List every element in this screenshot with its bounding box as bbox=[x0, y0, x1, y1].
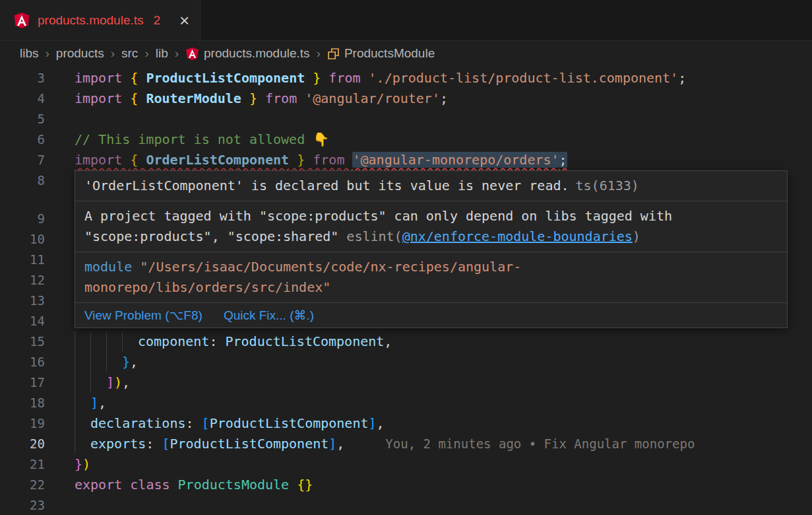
code-line-19[interactable]: 19declarations: [ProductListComponent], bbox=[0, 413, 812, 434]
code-token: } bbox=[122, 354, 130, 370]
code-line-23[interactable]: 23 bbox=[0, 495, 812, 515]
code-token: {} bbox=[297, 477, 313, 493]
hover-action-bar: View Problem (⌥F8) Quick Fix... (⌘.) bbox=[75, 303, 787, 327]
hover-eslint-message-row: A project tagged with "scope:products" c… bbox=[75, 201, 787, 252]
indent-guide bbox=[90, 352, 106, 372]
code-token: ; bbox=[678, 70, 686, 86]
code-token: ProductListComponent bbox=[225, 333, 384, 349]
git-blame-annotation: You, 2 minutes ago • Fix Angular monorep… bbox=[385, 436, 695, 451]
breadcrumb-item-src[interactable]: src bbox=[121, 46, 138, 61]
ts-error-code: ts(6133) bbox=[576, 178, 639, 193]
code-token: '@angular-monorepo/orders' bbox=[352, 152, 559, 168]
code-token: ProductsModule bbox=[178, 477, 290, 493]
code-token: from bbox=[257, 90, 305, 106]
code-token: ; bbox=[440, 90, 448, 106]
breadcrumb-item-products[interactable]: products bbox=[56, 46, 104, 61]
indent-guide bbox=[75, 372, 90, 393]
code-token: } bbox=[241, 90, 257, 106]
code-token: ) bbox=[82, 456, 90, 472]
line-number: 22 bbox=[0, 475, 75, 495]
chevron-right-icon: › bbox=[111, 46, 115, 61]
code-line-16[interactable]: 16}, bbox=[0, 352, 812, 372]
angular-icon bbox=[185, 47, 199, 61]
tab-bar: products.module.ts 2 × bbox=[0, 0, 812, 41]
line-number: 17 bbox=[0, 372, 75, 393]
breadcrumb-item-symbol[interactable]: ProductsModule bbox=[327, 46, 435, 61]
editor[interactable]: 3import { ProductListComponent } from '.… bbox=[0, 66, 812, 515]
tab-problem-count-badge: 2 bbox=[154, 13, 161, 28]
close-tab-button[interactable]: × bbox=[179, 12, 189, 29]
vscode-window: products.module.ts 2 × libs › products ›… bbox=[0, 0, 812, 515]
code-token: from bbox=[305, 152, 352, 168]
code-line-5[interactable]: 5 bbox=[0, 109, 812, 129]
code-line-15[interactable]: 15component: ProductListComponent, bbox=[0, 331, 812, 352]
hover-module-path-row: module "/Users/isaac/Documents/code/nx-r… bbox=[75, 252, 787, 302]
line-number: 23 bbox=[0, 495, 75, 515]
code-token: ] bbox=[90, 395, 98, 411]
angular-icon bbox=[13, 12, 30, 29]
eslint-source-close: ) bbox=[633, 228, 640, 244]
code-token: 👇 bbox=[313, 131, 329, 147]
indent-guide bbox=[75, 434, 90, 454]
line-number: 18 bbox=[0, 393, 75, 413]
line-number: 5 bbox=[0, 109, 75, 129]
code-token: import bbox=[75, 70, 130, 86]
breadcrumb-item-file[interactable]: products.module.ts bbox=[185, 46, 310, 61]
breadcrumb-item-libs[interactable]: libs bbox=[20, 46, 39, 61]
code-token: ] bbox=[368, 415, 376, 431]
indent-guide bbox=[122, 331, 138, 352]
line-number: 13 bbox=[0, 291, 75, 311]
code-token: : bbox=[186, 415, 202, 431]
code-token: from bbox=[321, 70, 368, 86]
eslint-source-open: eslint( bbox=[346, 228, 402, 244]
code-token: } bbox=[289, 152, 305, 168]
indent-guide bbox=[106, 352, 122, 372]
line-number: 7 bbox=[0, 150, 75, 170]
code-token: './product-list/product-list.component' bbox=[369, 70, 679, 86]
code-token: ProductListComponent bbox=[146, 70, 305, 86]
code-line-7[interactable]: 7import { OrderListComponent } from '@an… bbox=[0, 150, 812, 170]
code-token: // This import is not allowed bbox=[75, 131, 313, 147]
line-number: 20 bbox=[0, 434, 75, 454]
chevron-right-icon: › bbox=[317, 46, 321, 61]
code-line-17[interactable]: 17]), bbox=[0, 372, 812, 393]
eslint-diagnostic-line2: "scope:products", "scope:shared" bbox=[84, 228, 346, 244]
quick-fix-button[interactable]: Quick Fix... (⌘.) bbox=[224, 307, 314, 324]
code-token: [ bbox=[162, 436, 170, 452]
code-token: { bbox=[130, 90, 146, 106]
breadcrumb-symbol-label: ProductsModule bbox=[344, 46, 435, 61]
code-token: , bbox=[384, 333, 392, 349]
chevron-right-icon: › bbox=[175, 46, 179, 61]
module-keyword: module bbox=[84, 259, 132, 275]
indent-guide bbox=[75, 352, 90, 372]
code-line-21[interactable]: 21}) bbox=[0, 454, 812, 475]
code-line-22[interactable]: 22export class ProductsModule {} bbox=[0, 475, 812, 495]
code-line-3[interactable]: 3import { ProductListComponent } from '.… bbox=[0, 68, 812, 88]
code-token: : bbox=[146, 436, 162, 452]
code-token: ProductListComponent bbox=[170, 436, 328, 452]
code-line-20[interactable]: 20exports: [ProductListComponent],You, 2… bbox=[0, 434, 812, 454]
code-line-6[interactable]: 6// This import is not allowed 👇 bbox=[0, 129, 812, 150]
code-line-4[interactable]: 4import { RouterModule } from '@angular/… bbox=[0, 88, 812, 109]
code-token: '@angular/router' bbox=[305, 90, 440, 106]
code-token: RouterModule bbox=[146, 90, 241, 106]
breadcrumb-item-lib[interactable]: lib bbox=[156, 46, 168, 61]
code-token: class bbox=[130, 477, 170, 493]
diagnostic-hover-popup: 'OrderListComponent' is declared but its… bbox=[75, 170, 788, 328]
code-line-18[interactable]: 18], bbox=[0, 393, 812, 413]
view-problem-button[interactable]: View Problem (⌥F8) bbox=[84, 307, 203, 324]
eslint-rule-link[interactable]: @nx/enforce-module-boundaries bbox=[402, 228, 633, 244]
code-token: , bbox=[130, 354, 138, 370]
line-number: 11 bbox=[0, 250, 75, 270]
code-token: declarations bbox=[90, 415, 186, 431]
code-token: , bbox=[377, 415, 385, 431]
code-token: ] bbox=[328, 436, 336, 452]
tab-products-module[interactable]: products.module.ts 2 × bbox=[0, 0, 201, 40]
code-token: ] bbox=[106, 374, 114, 390]
indent-guide bbox=[75, 393, 90, 413]
line-number: 9 bbox=[0, 209, 75, 229]
code-token: exports bbox=[90, 436, 146, 452]
code-token bbox=[289, 477, 297, 493]
line-number: 6 bbox=[0, 129, 75, 150]
code-token bbox=[170, 477, 178, 493]
